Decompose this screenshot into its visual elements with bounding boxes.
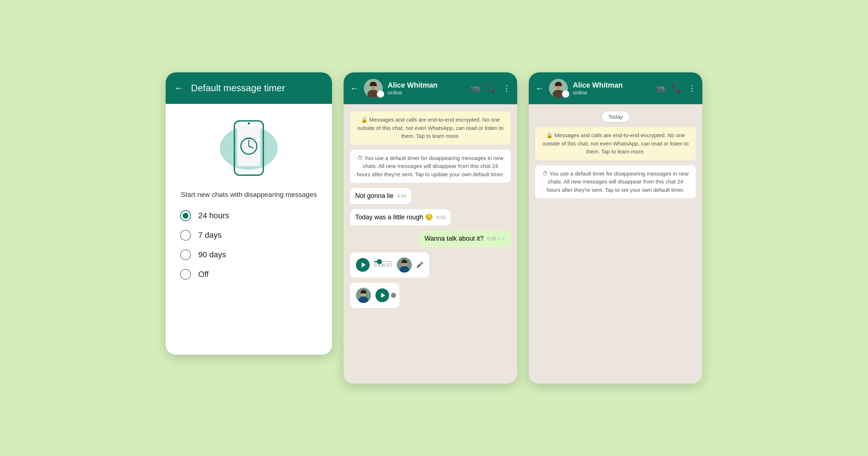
svg-marker-22	[381, 293, 385, 298]
today-pill: Today	[602, 111, 629, 122]
contact-name-2: Alice Whitman	[388, 81, 465, 89]
voice-avatar-svg-1	[397, 257, 412, 273]
svg-marker-11	[362, 262, 366, 267]
bubble-text-3: Wanna talk about it?	[425, 235, 484, 242]
timer-title: Default message timer	[191, 83, 285, 94]
contact-name-3: Alice Whitman	[573, 81, 650, 89]
voice-avatar-2	[356, 288, 371, 303]
option-24h[interactable]: 24 hours	[180, 210, 318, 221]
avatar-wrap-2: ⏱	[364, 79, 383, 98]
label-24h: 24 hours	[198, 211, 229, 220]
voice-avatar-svg-2	[356, 288, 371, 303]
card-timer-settings: ← Default message timer Start new chats …	[166, 72, 332, 355]
contact-info-2: Alice Whitman online	[388, 81, 465, 96]
more-icon-3[interactable]: ⋮	[688, 84, 696, 93]
bubble-1: Not gonna lie 4:54	[350, 188, 411, 204]
play-icon-1	[361, 262, 366, 268]
today-badge: Today	[535, 111, 696, 122]
encrypted-notice-2[interactable]: 🔒 Messages and calls are end-to-end encr…	[350, 111, 511, 145]
video-call-icon-2[interactable]: 📹	[470, 84, 480, 93]
bubble-2: Today was a little rough 😔 4:55	[350, 209, 451, 225]
avatar-wrap-3: ⏱	[549, 79, 568, 98]
more-icon-2[interactable]: ⋮	[503, 84, 511, 93]
msg-row-3: Wanna talk about it? 5:05 ✓✓	[350, 231, 511, 247]
phone-svg-icon	[231, 119, 267, 177]
timer-text-2: ⏱ You use a default timer for disappeari…	[357, 155, 504, 177]
bubble-time-3: 5:05 ✓✓	[487, 236, 506, 242]
timer-notice-2[interactable]: ⏱ You use a default timer for disappeari…	[350, 150, 511, 183]
card-chat-3: ← ⏱ Alice Whitman	[529, 72, 702, 384]
msg-row-2: Today was a little rough 😔 4:55	[350, 209, 511, 225]
video-call-icon-3[interactable]: 📹	[655, 84, 665, 93]
bubble-text-1: Not gonna lie	[355, 192, 393, 199]
timer-text-3: ⏱ You use a default timer for disappeari…	[542, 170, 689, 193]
timer-options: 24 hours 7 days 90 days Off	[180, 210, 318, 280]
label-off: Off	[198, 270, 209, 279]
play-button-1[interactable]	[356, 258, 370, 272]
option-7days[interactable]: 7 days	[180, 230, 318, 241]
timer-notice-3[interactable]: ⏱ You use a default timer for disappeari…	[535, 165, 696, 199]
chat-header-2: ← ⏱	[344, 72, 517, 104]
chat-back-button-3[interactable]: ←	[535, 83, 544, 93]
voice-avatar-1	[397, 257, 412, 273]
play-icon-2	[380, 292, 386, 298]
chat-back-button-2[interactable]: ←	[350, 83, 359, 93]
voice-timestamp-1: 5:07	[383, 262, 392, 268]
radio-off[interactable]	[180, 269, 191, 280]
voice-bubble-1: 0:43 5:07	[350, 252, 429, 278]
voice-time-row-1: 0:43 5:07	[374, 262, 392, 268]
encrypted-text-2: 🔒 Messages and calls are end-to-end encr…	[357, 117, 503, 139]
timer-header: ← Default message timer	[166, 72, 332, 104]
voice-msg-row-2	[350, 283, 511, 308]
bubble-time-2: 4:55	[437, 214, 446, 221]
chat-header-3: ← ⏱ Alice Whitman	[529, 72, 702, 104]
screens-container: ← Default message timer Start new chats …	[151, 58, 717, 398]
encrypted-notice-3[interactable]: 🔒 Messages and calls are end-to-end encr…	[535, 127, 696, 160]
mic-icon-1: 🎤	[416, 261, 424, 268]
voice-meta-1: 0:43 5:07	[374, 262, 392, 268]
voice-bubble-2	[350, 283, 399, 308]
chat-body-2: 🔒 Messages and calls are end-to-end encr…	[344, 104, 517, 384]
option-off[interactable]: Off	[180, 269, 318, 280]
chat-body-3: Today 🔒 Messages and calls are end-to-en…	[529, 104, 702, 384]
phone-icon-2[interactable]: 📞	[486, 84, 496, 93]
timer-badge-2: ⏱	[377, 90, 384, 98]
msg-row-1: Not gonna lie 4:54	[350, 188, 511, 204]
voice-msg-row-1: 0:43 5:07	[350, 252, 511, 278]
svg-point-2	[248, 122, 250, 124]
partial-dot-2	[391, 293, 396, 298]
contact-status-2: online	[388, 89, 465, 96]
label-7days: 7 days	[198, 231, 222, 240]
bubble-time-1: 4:54	[397, 193, 406, 199]
option-90days[interactable]: 90 days	[180, 249, 318, 260]
contact-info-3: Alice Whitman online	[573, 81, 650, 96]
timer-subtitle: Start new chats with disappearing messag…	[181, 191, 317, 199]
waveform-dot-1	[377, 259, 382, 264]
bubble-3: Wanna talk about it? 5:05 ✓✓	[420, 231, 511, 247]
chat-icons-3: 📹 📞 ⋮	[655, 84, 696, 93]
timer-badge-3: ⏱	[562, 90, 569, 98]
chat-icons-2: 📹 📞 ⋮	[470, 84, 511, 93]
card-chat-2: ← ⏱	[344, 72, 517, 384]
contact-status-3: online	[573, 89, 650, 96]
timer-body: Start new chats with disappearing messag…	[166, 104, 332, 294]
radio-7days[interactable]	[180, 230, 191, 241]
radio-24h[interactable]	[180, 210, 191, 221]
phone-illustration	[216, 115, 281, 181]
back-button[interactable]: ←	[174, 83, 184, 94]
bubble-text-2: Today was a little rough 😔	[355, 214, 433, 221]
radio-90days[interactable]	[180, 249, 191, 260]
play-button-2[interactable]	[375, 288, 389, 302]
encrypted-text-3: 🔒 Messages and calls are end-to-end encr…	[542, 132, 689, 155]
phone-icon-3[interactable]: 📞	[672, 84, 681, 93]
label-90days: 90 days	[198, 250, 226, 259]
